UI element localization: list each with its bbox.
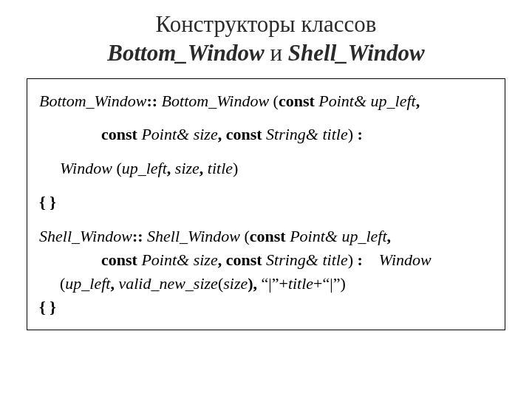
slide: Конструкторы классов Bottom_Window и She… xyxy=(0,0,532,399)
code-line-5: Shell_Window:: Shell_Window (const Point… xyxy=(39,225,493,248)
title-line1: Конструкторы классов xyxy=(27,10,505,39)
title-class-b: Shell_Window xyxy=(288,40,425,66)
slide-title: Конструкторы классов Bottom_Window и She… xyxy=(27,10,505,68)
code-line-6: const Point& size, const String& title) … xyxy=(39,248,493,272)
code-line-1: Bottom_Window:: Bottom_Window (const Poi… xyxy=(39,89,493,113)
title-and: и xyxy=(265,40,288,66)
code-line-2: const Point& size, const String& title) … xyxy=(39,123,493,146)
blank-line xyxy=(39,180,493,191)
code-box: Bottom_Window:: Bottom_Window (const Poi… xyxy=(27,78,505,330)
code-line-4: { } xyxy=(39,191,493,214)
title-line2: Bottom_Window и Shell_Window xyxy=(27,39,505,68)
blank-line xyxy=(39,112,493,123)
code-line-7: (up_left, valid_new_size(size), “|”+titl… xyxy=(39,272,493,296)
code-line-3: Window (up_left, size, title) xyxy=(39,157,493,180)
blank-line xyxy=(39,214,493,225)
blank-line xyxy=(39,146,493,157)
code-line-8: { } xyxy=(39,296,493,319)
title-class-a: Bottom_Window xyxy=(107,40,264,66)
